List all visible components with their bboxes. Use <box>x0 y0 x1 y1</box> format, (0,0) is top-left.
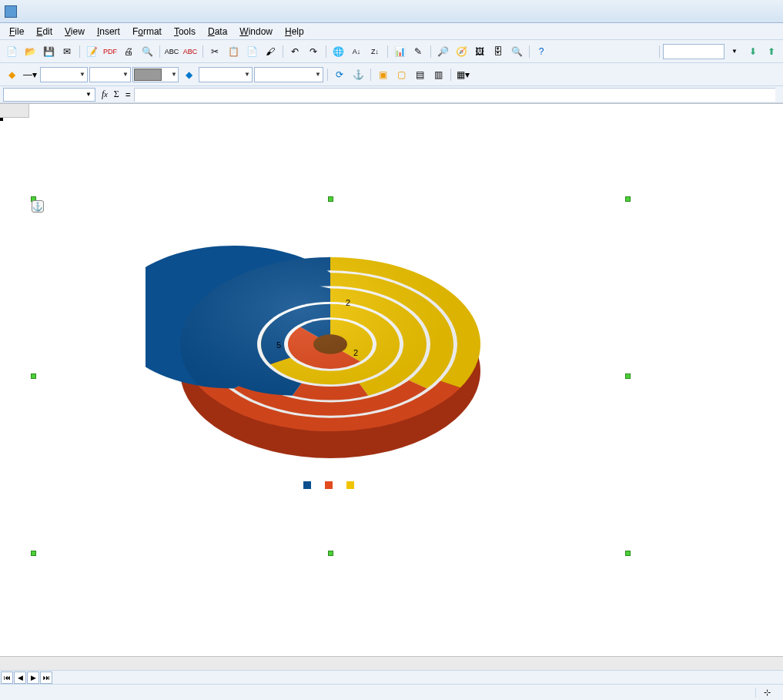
print-button[interactable]: 🖨 <box>120 43 137 60</box>
sheet-tab-bar: ⏮ ◀ ▶ ⏭ <box>0 670 783 684</box>
find-prev-button[interactable]: ⬆ <box>763 43 780 60</box>
menu-format[interactable]: Format <box>126 25 168 39</box>
svg-point-6 <box>180 257 480 431</box>
resize-handle[interactable] <box>328 196 333 202</box>
open-button[interactable]: 📂 <box>22 43 38 60</box>
show-draw-button[interactable]: ✎ <box>410 43 427 60</box>
tab-last-button[interactable]: ⏭ <box>40 672 52 684</box>
sort-desc-button[interactable]: Z↓ <box>366 43 383 60</box>
datasources-button[interactable]: 🗄 <box>490 43 507 60</box>
menu-data[interactable]: Data <box>202 25 233 39</box>
tab-prev-button[interactable]: ◀ <box>14 672 26 684</box>
paste-button[interactable]: 📄 <box>243 43 260 60</box>
doughnut-chart: 2 2 5 <box>146 213 515 475</box>
menu-file[interactable]: File <box>3 25 30 39</box>
app-icon <box>5 5 17 18</box>
to-background-icon[interactable]: ▥ <box>430 66 447 83</box>
line-color-select[interactable]: ▼ <box>132 67 179 82</box>
alignment-dropdown[interactable]: ▦▾ <box>454 66 471 83</box>
undo-button[interactable]: ↶ <box>286 43 303 60</box>
menu-bar: File Edit View Insert Format Tools Data … <box>0 23 783 40</box>
edit-points-icon[interactable]: ◆ <box>3 66 20 83</box>
spreadsheet-grid[interactable]: ⚓ <box>0 103 783 656</box>
line-dropdown[interactable]: ―▾ <box>22 66 38 83</box>
resize-handle[interactable] <box>328 551 333 556</box>
horizontal-scrollbar[interactable] <box>0 656 783 670</box>
line-width-select[interactable]: ▼ <box>89 67 131 82</box>
equals-icon[interactable]: = <box>125 89 131 100</box>
chart-object[interactable]: 2 2 5 <box>34 199 627 554</box>
save-button[interactable]: 💾 <box>40 43 57 60</box>
menu-tools[interactable]: Tools <box>168 25 202 39</box>
chart-label-3: 5 <box>276 340 281 350</box>
chart-label-2: 2 <box>353 348 358 357</box>
status-coords: ⊹ <box>755 688 778 698</box>
rotate-icon[interactable]: ⟳ <box>331 66 348 83</box>
hyperlink-button[interactable]: 🌐 <box>330 43 346 60</box>
navigator-button[interactable]: 🧭 <box>453 43 470 60</box>
anchor-icon: ⚓ <box>32 200 44 213</box>
resize-handle[interactable] <box>625 373 631 379</box>
chart-legend <box>34 480 627 489</box>
resize-handle[interactable] <box>625 196 631 202</box>
resize-handle[interactable] <box>625 551 631 556</box>
main-toolbar: 📄 📂 💾 ✉ 📝 PDF 🖨 🔍 ABC ABC ✂ 📋 📄 🖌 ↶ ↷ 🌐 … <box>0 40 783 63</box>
email-button[interactable]: ✉ <box>59 43 75 60</box>
spellcheck-button[interactable]: ABC <box>163 43 180 60</box>
formula-input[interactable] <box>134 88 775 102</box>
menu-help[interactable]: Help <box>279 25 310 39</box>
formula-bar: ▼ fx Σ = <box>0 86 783 103</box>
preview-button[interactable]: 🔍 <box>139 43 156 60</box>
resize-handle[interactable] <box>31 551 36 556</box>
menu-window[interactable]: Window <box>233 25 279 39</box>
copy-button[interactable]: 📋 <box>225 43 242 60</box>
menu-insert[interactable]: Insert <box>91 25 126 39</box>
legend-swatch-chocolate <box>303 481 311 489</box>
line-style-select[interactable]: ▼ <box>40 67 88 82</box>
anchor-button[interactable]: ⚓ <box>350 66 366 83</box>
sum-icon[interactable]: Σ <box>114 89 119 100</box>
status-bar: ⊹ <box>0 684 783 700</box>
edit-file-button[interactable]: 📝 <box>83 43 100 60</box>
tab-first-button[interactable]: ⏮ <box>1 672 13 684</box>
export-pdf-button[interactable]: PDF <box>102 43 119 60</box>
bring-front-icon[interactable]: ▣ <box>374 66 391 83</box>
gallery-button[interactable]: 🖼 <box>471 43 488 60</box>
find-input[interactable] <box>663 44 724 59</box>
find-next-button[interactable]: ⬇ <box>745 43 761 60</box>
to-foreground-icon[interactable]: ▤ <box>411 66 428 83</box>
select-all-corner[interactable] <box>0 104 29 118</box>
cut-button[interactable]: ✂ <box>206 43 223 60</box>
redo-button[interactable]: ↷ <box>305 43 322 60</box>
function-wizard-icon[interactable]: fx <box>102 89 108 100</box>
resize-handle[interactable] <box>31 373 36 379</box>
object-toolbar: ◆ ―▾ ▼ ▼ ▼ ◆ ▼ ▼ ⟳ ⚓ ▣ ▢ ▤ ▥ ▦▾ <box>0 63 783 86</box>
send-back-icon[interactable]: ▢ <box>393 66 410 83</box>
find-dropdown[interactable]: ▼ <box>726 43 743 60</box>
active-cell-outline <box>0 118 3 121</box>
name-box[interactable]: ▼ <box>3 88 95 102</box>
help-button[interactable]: ? <box>533 43 550 60</box>
chart-label-1: 2 <box>346 298 350 307</box>
area-fill-icon[interactable]: ◆ <box>180 66 197 83</box>
legend-swatch-plain <box>325 481 333 489</box>
sort-asc-button[interactable]: A↓ <box>348 43 365 60</box>
autospell-button[interactable]: ABC <box>182 43 199 60</box>
menu-view[interactable]: View <box>59 25 91 39</box>
format-paintbrush-button[interactable]: 🖌 <box>262 43 279 60</box>
zoom-button[interactable]: 🔍 <box>508 43 525 60</box>
title-bar <box>0 0 783 23</box>
new-button[interactable]: 📄 <box>3 43 20 60</box>
legend-swatch-sprinkles <box>346 481 354 489</box>
tab-next-button[interactable]: ▶ <box>27 672 39 684</box>
area-style-select[interactable]: ▼ <box>199 67 253 82</box>
find-replace-button[interactable]: 🔎 <box>434 43 451 60</box>
chart-button[interactable]: 📊 <box>391 43 408 60</box>
menu-edit[interactable]: Edit <box>30 25 59 39</box>
area-fill-select[interactable]: ▼ <box>254 67 323 82</box>
